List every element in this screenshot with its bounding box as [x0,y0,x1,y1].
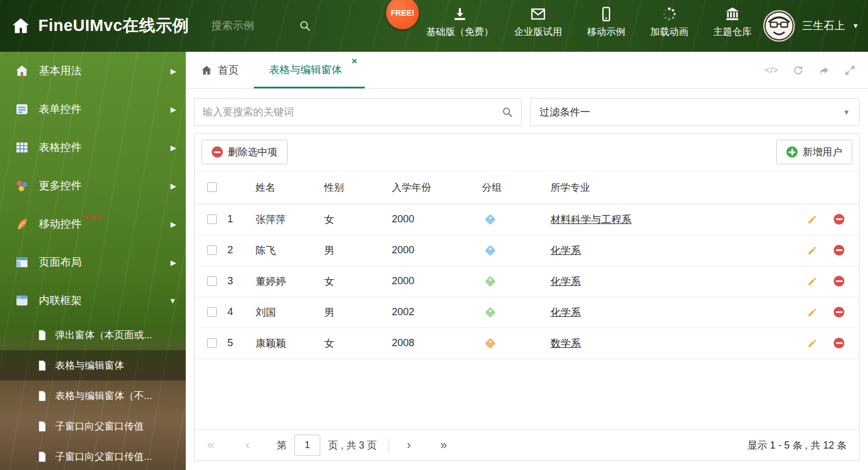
edit-icon[interactable] [807,338,818,349]
table-row[interactable]: 3 董婷婷 女 2000 化学系 [195,266,859,297]
cell-gender: 女 [324,328,392,359]
header-nav: 基础版（免费） 企业版试用 移动示例 加载动画 主题仓库 [426,6,757,38]
header-search [212,20,324,32]
major-link[interactable]: 化学系 [551,245,581,256]
cell-name: 陈飞 [256,235,324,266]
sidebar-item-more-controls[interactable]: 更多控件 ▶ [0,167,186,205]
file-icon [36,390,48,402]
file-icon [36,360,48,371]
avatar-face-icon [764,11,794,41]
delete-selected-button[interactable]: 删除选中项 [202,140,288,164]
nav-loading-animation[interactable]: 加载动画 [645,6,693,38]
cell-year: 2000 [392,204,482,235]
top-header: FineUIMvc在线示例 FREE! 基础版（免费） 企业版试用 移动示例 [0,0,868,52]
sidebar: 基本用法 ▶ 表单控件 ▶ 表格控件 ▶ 更多控件 ▶ 移动控件 Corp. ▶… [0,52,186,470]
table-row[interactable]: 4 刘国 男 2002 化学系 [195,297,859,328]
sidebar-item-page-layout[interactable]: 页面布局 ▶ [0,243,186,281]
pager-first-icon[interactable]: « [207,439,214,451]
col-group: 分组 [482,171,551,204]
edit-icon[interactable] [807,307,818,318]
sidebar-subitem-grid-edit-window-2[interactable]: 表格与编辑窗体（不... [0,381,186,411]
delete-row-icon[interactable] [834,276,844,287]
major-link[interactable]: 材料科学与工程系 [551,214,632,225]
edit-icon[interactable] [807,245,818,256]
tab-home[interactable]: 首页 [186,52,254,88]
delete-row-icon[interactable] [834,338,844,348]
row-checkbox[interactable] [207,307,217,317]
chevron-right-icon: ▶ [171,258,176,267]
major-link[interactable]: 化学系 [551,276,581,287]
row-checkbox[interactable] [207,338,217,348]
table-row[interactable]: 2 陈飞 男 2000 化学系 [195,235,859,266]
pager-prev-icon[interactable]: ‹ [245,439,249,451]
select-all-checkbox[interactable] [207,182,217,192]
row-checkbox[interactable] [207,245,217,255]
bank-icon [724,6,740,22]
home-icon[interactable] [11,16,30,35]
sidebar-subitem-grid-edit-window[interactable]: 表格与编辑窗体 [0,350,186,381]
edit-icon[interactable] [807,276,818,287]
sidebar-subitem-popup-window[interactable]: 弹出窗体（本页面或... [0,320,186,350]
sidebar-item-grid-controls[interactable]: 表格控件 ▶ [0,128,186,167]
add-button-label: 新增用户 [803,145,842,159]
tab-grid-edit-window[interactable]: 表格与编辑窗体 × [254,52,365,88]
col-actions [796,171,859,204]
cell-name: 刘国 [256,297,324,328]
delete-row-icon[interactable] [834,214,844,225]
add-user-button[interactable]: 新增用户 [776,140,852,164]
view-source-icon[interactable]: </> [765,65,778,75]
tag-icon [485,276,496,287]
user-menu[interactable]: 三生石上 ▼ [763,0,859,52]
username: 三生石上 [802,19,845,33]
sidebar-item-form-controls[interactable]: 表单控件 ▶ [0,90,186,128]
cell-year: 2008 [392,328,482,359]
sidebar-item-label: 基本用法 [39,64,82,78]
main-panel: 首页 表格与编辑窗体 × </> [186,52,868,470]
header-search-input[interactable] [212,20,299,32]
mobile-icon [598,6,614,22]
pager-last-icon[interactable]: » [440,439,447,451]
share-icon[interactable] [818,65,830,76]
minus-circle-icon [212,146,223,158]
grid-body: 姓名 性别 入学年份 分组 所学专业 1 [195,171,859,429]
nav-basic-edition[interactable]: 基础版（免费） [426,6,494,38]
page-number-input[interactable]: 1 [294,435,320,456]
keyword-search-input[interactable] [203,106,502,118]
major-link[interactable]: 数学系 [551,338,581,349]
row-index: 3 [227,266,256,297]
tag-icon [485,214,496,225]
search-icon[interactable] [299,20,311,32]
pager-summary: 显示 1 - 5 条 , 共 12 条 [748,438,847,452]
sidebar-item-mobile-controls[interactable]: 移动控件 Corp. ▶ [0,205,186,243]
filter-dropdown[interactable]: 过滤条件一 ▼ [530,98,860,126]
major-link[interactable]: 化学系 [551,307,581,318]
user-table: 姓名 性别 入学年份 分组 所学专业 1 [195,171,859,359]
pager-next-icon[interactable]: › [407,439,411,451]
sidebar-subitem-child-to-parent-2[interactable]: 子窗口向父窗口传值... [0,441,186,470]
table-row[interactable]: 1 张萍萍 女 2000 材料科学与工程系 [195,204,859,235]
home-icon [201,65,212,76]
plus-circle-icon [786,146,798,158]
sidebar-subitem-label: 子窗口向父窗口传值 [55,419,144,433]
sidebar-subitem-child-to-parent[interactable]: 子窗口向父窗口传值 [0,411,186,441]
edit-icon[interactable] [807,214,818,225]
row-index: 2 [227,235,256,266]
grid-panel: 删除选中项 新增用户 [194,133,860,461]
row-checkbox[interactable] [207,276,217,286]
row-checkbox[interactable] [207,214,217,224]
nav-theme-repo[interactable]: 主题仓库 [708,6,757,38]
delete-row-icon[interactable] [834,307,844,317]
sidebar-item-basic-usage[interactable]: 基本用法 ▶ [0,52,186,90]
search-icon[interactable] [502,106,513,118]
expand-icon[interactable] [844,65,856,76]
refresh-icon[interactable] [793,65,804,76]
spinner-icon [661,6,677,22]
nav-mobile-demo[interactable]: 移动示例 [582,6,630,38]
close-icon[interactable]: × [352,56,357,66]
table-row[interactable]: 5 康颖颖 女 2008 数学系 [195,328,859,359]
sidebar-item-iframe[interactable]: 内联框架 ▼ [0,281,186,320]
avatar [763,10,795,42]
delete-row-icon[interactable] [834,245,844,256]
nav-enterprise-trial[interactable]: 企业版试用 [509,6,567,38]
col-gender: 性别 [324,171,392,204]
